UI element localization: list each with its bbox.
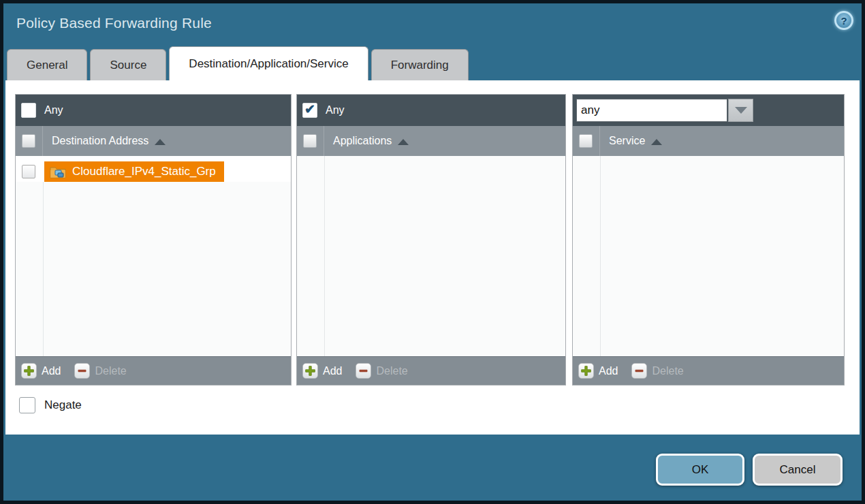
destination-column-header[interactable]: Destination Address (52, 135, 166, 147)
applications-delete-button[interactable]: Delete (356, 363, 407, 379)
destination-footer: Add Delete (16, 356, 291, 385)
address-group-icon (50, 166, 66, 178)
sort-asc-icon (651, 139, 662, 145)
add-plus-icon (578, 363, 594, 379)
table-row[interactable]: Cloudflare_IPv4_Static_Grp (16, 156, 291, 182)
divider (324, 156, 325, 356)
service-select-all-checkbox[interactable] (579, 134, 593, 148)
service-mode-dropdown (576, 99, 753, 122)
service-delete-button[interactable]: Delete (631, 363, 683, 379)
service-mode-input[interactable] (576, 99, 727, 122)
applications-add-button[interactable]: Add (302, 363, 342, 379)
destination-any-checkbox[interactable] (21, 103, 36, 118)
tab-forwarding[interactable]: Forwarding (371, 49, 469, 80)
ok-button[interactable]: OK (656, 454, 744, 486)
applications-any-bar: Any (297, 95, 565, 126)
destination-header-row: Destination Address (16, 126, 291, 156)
applications-select-all-checkbox[interactable] (303, 134, 317, 148)
divider (600, 156, 601, 356)
divider (324, 126, 324, 156)
sort-asc-icon (155, 139, 166, 145)
divider (42, 126, 43, 156)
divider (599, 126, 600, 156)
negate-row: Negate (19, 397, 82, 413)
negate-label: Negate (44, 398, 82, 412)
applications-column: Any Applications (296, 94, 566, 385)
service-column: Service Add (572, 94, 845, 385)
sort-asc-icon (398, 139, 409, 145)
selected-address-item[interactable]: Cloudflare_IPv4_Static_Grp (44, 161, 224, 182)
divider (43, 156, 44, 356)
service-add-button[interactable]: Add (578, 363, 618, 379)
applications-any-checkbox[interactable] (302, 103, 317, 118)
applications-any-label: Any (326, 104, 345, 116)
address-group-name: Cloudflare_IPv4_Static_Grp (72, 165, 216, 178)
columns-container: Any Destination Address (15, 94, 845, 385)
destination-add-button[interactable]: Add (21, 363, 61, 379)
negate-checkbox[interactable] (19, 397, 35, 413)
destination-select-all-checkbox[interactable] (22, 134, 35, 148)
service-header-row: Service (573, 126, 844, 156)
service-list (573, 156, 844, 356)
cancel-button[interactable]: Cancel (753, 454, 843, 486)
tab-source[interactable]: Source (90, 49, 166, 80)
delete-minus-icon (74, 363, 90, 379)
tab-content-panel: Any Destination Address (5, 80, 860, 435)
tab-bar: General Source Destination/Application/S… (7, 46, 469, 80)
dialog-title: Policy Based Forwarding Rule (16, 15, 212, 31)
tab-general[interactable]: General (7, 49, 87, 80)
add-plus-icon (302, 363, 318, 379)
tab-destination-application-service[interactable]: Destination/Application/Service (169, 46, 368, 80)
service-mode-dropdown-button[interactable] (728, 99, 753, 122)
destination-delete-button[interactable]: Delete (74, 363, 126, 379)
applications-list (297, 156, 565, 356)
title-bar: Policy Based Forwarding Rule ? (3, 3, 862, 46)
row-checkbox[interactable] (22, 165, 35, 178)
service-footer: Add Delete (573, 356, 844, 385)
pbf-rule-dialog: Policy Based Forwarding Rule ? General S… (0, 0, 865, 504)
service-column-header[interactable]: Service (609, 135, 662, 147)
applications-column-header[interactable]: Applications (333, 135, 409, 147)
chevron-down-icon (735, 107, 747, 114)
delete-minus-icon (356, 363, 371, 379)
add-plus-icon (21, 363, 37, 379)
help-icon[interactable]: ? (834, 11, 853, 30)
destination-list: Cloudflare_IPv4_Static_Grp (16, 156, 291, 356)
delete-minus-icon (631, 363, 647, 379)
applications-footer: Add Delete (297, 356, 565, 385)
destination-address-column: Any Destination Address (15, 94, 292, 385)
destination-any-bar: Any (16, 95, 291, 126)
dialog-buttons: OK Cancel (656, 454, 843, 486)
destination-any-label: Any (44, 104, 63, 116)
service-mode-bar (573, 95, 844, 126)
applications-header-row: Applications (297, 126, 565, 156)
